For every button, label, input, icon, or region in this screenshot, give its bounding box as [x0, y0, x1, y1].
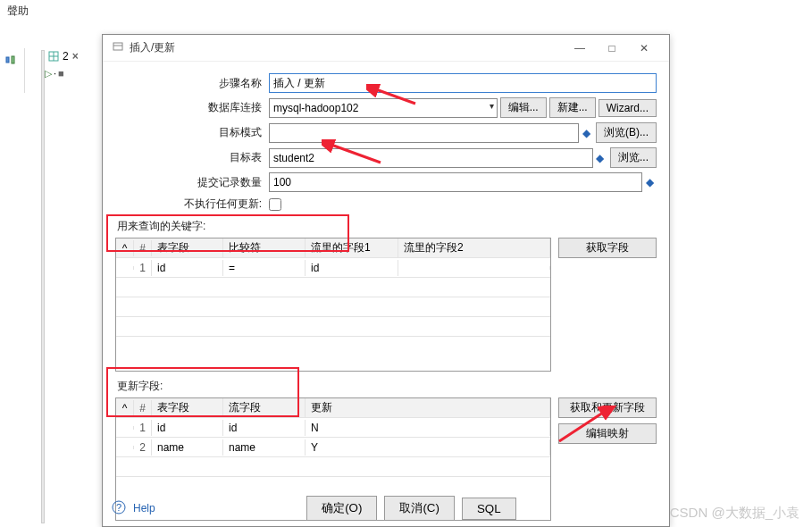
db-connection-label: 数据库连接: [115, 100, 269, 115]
commit-size-input[interactable]: [269, 172, 642, 192]
watermark: CSDN @大数据_小袁: [670, 505, 799, 522]
target-table-label: 目标表: [115, 150, 269, 165]
editor-toolbar: 2 × ▷ · ■: [45, 48, 98, 83]
col-stream-field2: 流里的字段2: [398, 238, 550, 257]
table-row[interactable]: 1 id id N: [116, 418, 550, 438]
separator: ·: [54, 68, 56, 79]
target-schema-input[interactable]: [269, 123, 579, 143]
variable-icon[interactable]: ◆: [593, 152, 607, 164]
db-connect-icon[interactable]: [0, 48, 24, 72]
menu-help[interactable]: 聲助: [0, 0, 812, 22]
maximize-button[interactable]: □: [596, 42, 628, 54]
new-connection-button[interactable]: 新建...: [549, 97, 596, 118]
play-icon[interactable]: ▷: [45, 68, 52, 79]
keys-section-label: 用来查询的关键字:: [117, 219, 657, 234]
col-caret: ^: [116, 400, 134, 416]
col-stream-field1: 流里的字段1: [306, 238, 398, 257]
close-button[interactable]: ✕: [628, 42, 660, 54]
no-update-label: 不执行任何更新:: [115, 197, 269, 212]
col-num: #: [134, 240, 152, 256]
col-caret: ^: [116, 240, 134, 256]
sql-button[interactable]: SQL: [462, 498, 516, 520]
col-stream-field: 流字段: [223, 398, 306, 417]
edit-mapping-button[interactable]: 编辑映射: [558, 423, 657, 444]
help-icon[interactable]: ?: [112, 500, 126, 517]
col-comparator: 比较符: [223, 238, 306, 257]
stop-icon[interactable]: ■: [58, 68, 64, 79]
help-link[interactable]: Help: [133, 502, 155, 514]
col-table-field: 表字段: [152, 398, 223, 417]
chevron-down-icon[interactable]: ▾: [490, 101, 494, 111]
close-icon[interactable]: ×: [72, 50, 79, 63]
cancel-button[interactable]: 取消(C): [384, 496, 455, 521]
table-row[interactable]: 2 name name Y: [116, 438, 550, 457]
dialog-icon: [112, 40, 124, 55]
editor-tab[interactable]: 2 ×: [45, 48, 98, 64]
svg-rect-0: [6, 57, 9, 63]
step-name-input[interactable]: [269, 73, 657, 93]
table-row[interactable]: 1 id = id: [116, 258, 550, 278]
col-num: #: [134, 400, 152, 416]
keys-table[interactable]: ^ # 表字段 比较符 流里的字段1 流里的字段2 1 id = id: [115, 238, 551, 372]
col-update: 更新: [306, 398, 550, 417]
browse-schema-button[interactable]: 浏览(B)...: [596, 122, 657, 143]
browse-table-button[interactable]: 浏览...: [610, 147, 657, 168]
insert-update-dialog: 插入/更新 — □ ✕ 步骤名称 数据库连接 ▾ 编辑... 新建... Wiz…: [102, 34, 670, 527]
svg-rect-1: [12, 56, 14, 63]
dialog-titlebar: 插入/更新 — □ ✕: [103, 35, 669, 62]
dialog-title: 插入/更新: [124, 40, 564, 55]
ok-button[interactable]: 确定(O): [306, 496, 377, 521]
tab-label: 2: [63, 50, 69, 63]
target-schema-label: 目标模式: [115, 125, 269, 140]
vertical-separator: [41, 50, 45, 523]
variable-icon[interactable]: ◆: [579, 127, 593, 139]
minimize-button[interactable]: —: [564, 42, 596, 54]
svg-text:?: ?: [116, 502, 121, 513]
left-toolbar: [0, 48, 25, 93]
db-connection-select[interactable]: [269, 98, 498, 118]
wizard-button[interactable]: Wizard...: [599, 99, 657, 117]
variable-icon[interactable]: ◆: [642, 176, 657, 188]
no-update-checkbox[interactable]: [269, 198, 281, 211]
step-name-label: 步骤名称: [115, 76, 269, 91]
updates-section-label: 更新字段:: [117, 379, 657, 394]
commit-size-label: 提交记录数量: [115, 175, 269, 190]
svg-rect-3: [113, 43, 122, 50]
target-table-input[interactable]: [269, 148, 593, 168]
col-table-field: 表字段: [152, 238, 223, 257]
edit-connection-button[interactable]: 编辑...: [500, 97, 547, 118]
get-update-fields-button[interactable]: 获取和更新字段: [558, 397, 657, 418]
get-fields-button[interactable]: 获取字段: [558, 238, 657, 258]
